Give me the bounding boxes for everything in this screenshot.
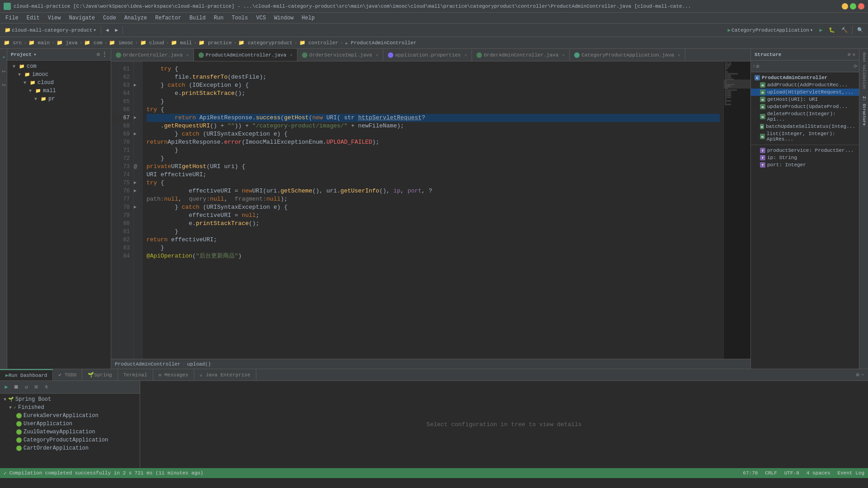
menu-window[interactable]: Window bbox=[270, 14, 297, 22]
run-stop-button[interactable]: ⏹ bbox=[12, 383, 21, 392]
structure-field-port[interactable]: f port: Integer bbox=[751, 161, 859, 169]
minimize-button[interactable] bbox=[842, 3, 848, 9]
run-tree-categoryproduct[interactable]: CategoryProductApplication bbox=[0, 436, 140, 444]
menu-view[interactable]: View bbox=[44, 14, 65, 22]
menu-navigate[interactable]: Navigate bbox=[65, 14, 99, 22]
minimize-panel-icon[interactable]: − bbox=[861, 372, 864, 378]
status-lineending[interactable]: CRLF bbox=[765, 470, 777, 476]
tab-close-applicationproperties[interactable]: ✕ bbox=[464, 52, 467, 58]
run-tree-user[interactable]: UserApplication bbox=[0, 420, 140, 428]
sidebar-tab-validation[interactable]: Bean Validation bbox=[861, 49, 867, 93]
tree-item-com[interactable]: ▼ 📁 com bbox=[7, 62, 111, 70]
bottom-tab-terminal[interactable]: Terminal bbox=[118, 369, 153, 380]
build-button[interactable]: 🔨 bbox=[839, 26, 850, 34]
tab-orderserviceimpl[interactable]: OrderServiceImpl.java ✕ bbox=[297, 49, 383, 61]
breadcrumb-com[interactable]: 📁 com bbox=[84, 40, 102, 46]
run-split-button[interactable]: ⊞ bbox=[32, 383, 41, 392]
run-tree-cartorder[interactable]: CartOrderApplication bbox=[0, 444, 140, 452]
bottom-tab-javaenterprise[interactable]: ☕ Java Enterprise bbox=[194, 369, 256, 380]
project-dropdown-icon[interactable]: ▾ bbox=[33, 52, 37, 57]
menu-tools[interactable]: Tools bbox=[228, 14, 252, 22]
run-tree-springboot[interactable]: ▼ 🌱 Spring Boot bbox=[0, 395, 140, 404]
bottom-tab-todo[interactable]: ✔ TODO bbox=[53, 369, 82, 380]
menu-help[interactable]: Help bbox=[298, 14, 318, 22]
status-indent[interactable]: 4 spaces bbox=[807, 470, 830, 476]
bottom-tab-rundashboard[interactable]: ▶ Run Dashboard bbox=[0, 369, 53, 380]
breadcrumb-categoryproduct[interactable]: 📁 categoryproduct bbox=[238, 40, 292, 46]
forward-button[interactable]: ▶ bbox=[112, 26, 121, 34]
run-tree-zuul[interactable]: ZuulGatewayApplication bbox=[0, 428, 140, 436]
run-config-dropdown[interactable]: ▶ CategoryProductApplication ▾ bbox=[725, 26, 816, 34]
structure-method-list[interactable]: m list(Integer, Integer): ApiRes... bbox=[751, 130, 859, 143]
tab-orderadmincontroller[interactable]: OrderAdminController.java ✕ bbox=[472, 49, 570, 61]
breadcrumb-practice[interactable]: 📁 practice bbox=[198, 40, 231, 46]
menu-run[interactable]: Run bbox=[210, 14, 227, 22]
run-filter-button[interactable]: ⚗ bbox=[42, 383, 51, 392]
tab-close-orderadmin[interactable]: ✕ bbox=[562, 52, 565, 58]
code-content[interactable]: try { file.transferTo(destFile); } catch… bbox=[143, 61, 723, 359]
structure-field-ip[interactable]: f ip: String bbox=[751, 154, 859, 161]
project-dropdown[interactable]: 📁 cloud-mall-category-product ▾ bbox=[2, 26, 99, 34]
back-button[interactable]: ◀ bbox=[103, 26, 112, 34]
breadcrumb-controller[interactable]: 📁 controller bbox=[299, 40, 339, 46]
structure-expand-icon[interactable]: ⊞ bbox=[756, 64, 759, 69]
collapse-all-icon[interactable]: ⚙ bbox=[97, 51, 100, 58]
settings-gear-icon[interactable]: ⚙ bbox=[856, 371, 859, 378]
structure-class-item[interactable]: C ProductAdminController bbox=[751, 74, 859, 81]
menu-edit[interactable]: Edit bbox=[23, 14, 43, 22]
sidebar-tab-1[interactable]: 1 bbox=[0, 66, 7, 76]
tab-close-orderserviceimpl[interactable]: ✕ bbox=[376, 52, 378, 58]
menu-code[interactable]: Code bbox=[99, 14, 120, 22]
tree-item-mall[interactable]: ▼ 📁 mall bbox=[7, 87, 111, 95]
status-position[interactable]: 67:70 bbox=[743, 470, 758, 476]
search-everywhere-button[interactable]: 🔍 bbox=[854, 26, 866, 34]
structure-sort-icon[interactable]: ↕ bbox=[753, 64, 755, 69]
bottom-tab-messages[interactable]: ✉ Messages bbox=[153, 369, 194, 380]
tab-applicationproperties[interactable]: application.properties ✕ bbox=[383, 49, 472, 61]
run-play-button[interactable]: ▶ bbox=[2, 383, 11, 392]
tab-close-ordercontroller[interactable]: ✕ bbox=[186, 52, 189, 58]
sidebar-tab-2[interactable]: 2 bbox=[0, 80, 7, 90]
close-button[interactable] bbox=[858, 3, 864, 9]
status-eventlog[interactable]: Event Log bbox=[838, 470, 864, 476]
structure-method-gethost[interactable]: m getHost(URI): URI bbox=[751, 96, 859, 103]
structure-method-addproduct[interactable]: m addProduct(AddProductRec... bbox=[751, 81, 859, 89]
tree-item-cloud[interactable]: ▼ 📁 cloud bbox=[7, 79, 111, 87]
structure-field-productservice[interactable]: f productService: ProductSer... bbox=[751, 147, 859, 154]
debug-button[interactable]: 🐛 bbox=[826, 26, 838, 34]
structure-close-icon[interactable]: ✕ bbox=[852, 52, 855, 57]
run-rerun-button[interactable]: ↺ bbox=[22, 383, 31, 392]
breadcrumb-java[interactable]: 📁 java bbox=[57, 40, 78, 46]
breadcrumb-src[interactable]: 📁 src bbox=[4, 40, 22, 46]
editor-breadcrumb-method[interactable]: upload() bbox=[187, 361, 211, 367]
sidebar-tab-favorites[interactable]: ★ bbox=[0, 51, 7, 63]
structure-method-deleteproduct[interactable]: m deleteProduct(Integer): Api... bbox=[751, 110, 859, 123]
structure-method-updateproduct[interactable]: m updateProduct(UpdateProd... bbox=[751, 103, 859, 110]
tab-ordercontroller[interactable]: OrderController.java ✕ bbox=[111, 49, 194, 61]
tab-close-categoryproductapp[interactable]: ✕ bbox=[678, 52, 680, 58]
run-tree-eureka[interactable]: EurekaServerApplication bbox=[0, 412, 140, 420]
breadcrumb-cloud[interactable]: 📁 cloud bbox=[140, 40, 165, 46]
structure-method-upload[interactable]: m upload(HttpServletRequest,... bbox=[751, 89, 859, 96]
tree-item-imooc[interactable]: ▼ 📁 imooc bbox=[7, 70, 111, 79]
bottom-tab-spring[interactable]: 🌱 Spring bbox=[82, 369, 118, 380]
structure-autoscroll-icon[interactable]: ⟳ bbox=[854, 64, 857, 69]
run-button[interactable]: ▶ bbox=[816, 26, 825, 34]
sidebar-tab-structure[interactable]: Z: Structure bbox=[861, 93, 867, 129]
tab-productadmincontroller[interactable]: ProductAdminController.java ✕ bbox=[194, 49, 297, 61]
breadcrumb-file[interactable]: ☕ ProductAdminController bbox=[345, 40, 416, 46]
tab-categoryproductapplication[interactable]: CategoryProductApplication.java ✕ bbox=[570, 49, 685, 61]
breadcrumb-imooc[interactable]: 📁 imooc bbox=[109, 40, 133, 46]
tab-close-productadmin[interactable]: ✕ bbox=[290, 52, 292, 58]
tree-item-practice[interactable]: ▼ 📁 pr bbox=[7, 95, 111, 103]
status-encoding[interactable]: UTF-8 bbox=[784, 470, 799, 476]
editor-breadcrumb-class[interactable]: ProductAdminController bbox=[115, 361, 180, 367]
breadcrumb-mall[interactable]: 📁 mall bbox=[171, 40, 192, 46]
breadcrumb-main[interactable]: 📁 main bbox=[28, 40, 50, 46]
menu-analyze[interactable]: Analyze bbox=[121, 14, 151, 22]
menu-refactor[interactable]: Refactor bbox=[151, 14, 185, 22]
maximize-button[interactable] bbox=[850, 3, 856, 9]
structure-method-batchupdate[interactable]: m batchUpdateSellStatus(Integ... bbox=[751, 123, 859, 130]
settings-icon[interactable]: ⋮ bbox=[102, 51, 107, 58]
run-tree-finished[interactable]: ▼ ✓ Finished bbox=[0, 404, 140, 412]
